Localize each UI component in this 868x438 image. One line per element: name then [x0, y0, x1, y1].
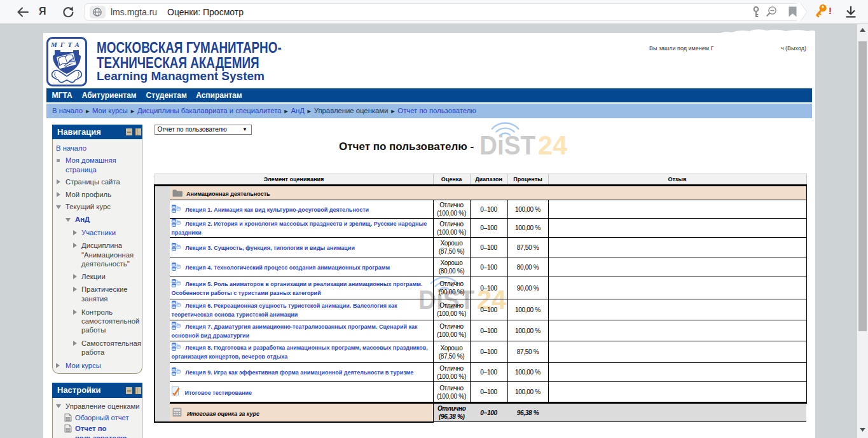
svg-text:МГТА: МГТА	[50, 41, 83, 48]
svg-text:!: !	[829, 5, 832, 16]
svg-text:24: 24	[538, 130, 567, 160]
